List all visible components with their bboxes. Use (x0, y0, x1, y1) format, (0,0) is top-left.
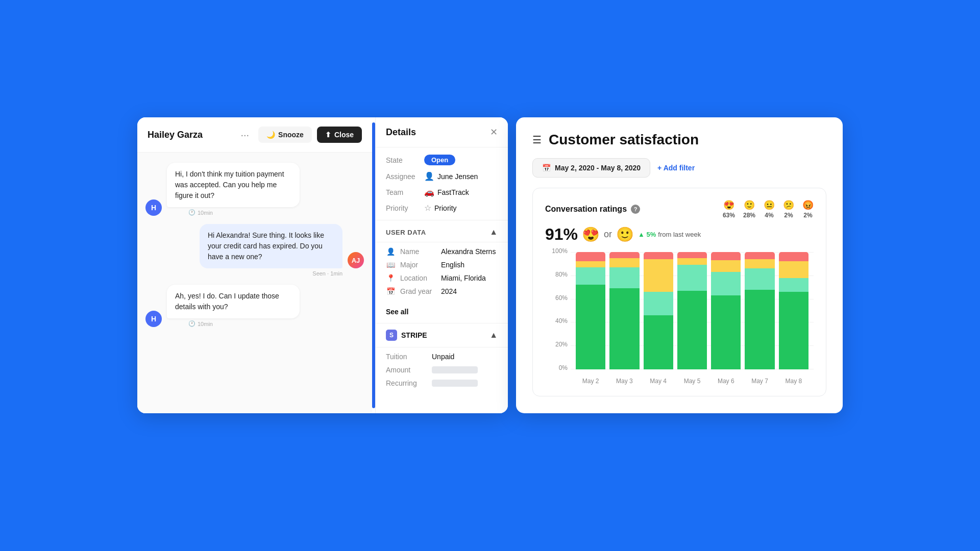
user-data-header: USER DATA ▲ (376, 220, 508, 242)
bar-segment-red (779, 252, 808, 261)
legend-item: 😡 2% (802, 199, 814, 219)
location-row: 📍 Location Miami, Florida (386, 274, 498, 282)
user-avatar: H (145, 199, 162, 216)
state-row: State Open (386, 155, 498, 165)
bar-segment-light-green (779, 278, 808, 292)
see-all-button[interactable]: See all (376, 306, 508, 323)
chart-summary: 91% 😍 or 🙂 ▲ 5% from last week (545, 225, 814, 244)
x-axis-label: May 4 (644, 378, 673, 385)
details-header: Details ✕ (376, 117, 508, 147)
bar-group (677, 252, 707, 369)
details-panel: Details ✕ State Open Assignee 👤 June Jen… (375, 117, 508, 413)
team-icon: 🚗 (424, 187, 434, 197)
date-range-button[interactable]: 📅 May 2, 2020 - May 8, 2020 (532, 158, 650, 178)
bar-segment-green (644, 315, 673, 369)
bar-segment-yellow (644, 259, 673, 292)
major-row: 📖 Major English (386, 261, 498, 269)
agent-avatar: AJ (348, 252, 364, 268)
bar-segment-green (745, 290, 774, 369)
message-bubble: Hi Alexandra! Sure thing. It looks like … (200, 224, 342, 268)
bar-segment-light-green (576, 267, 605, 285)
stripe-section-header: S STRIPE ▲ (376, 323, 508, 347)
chart-legend: 😍 63% 🙂 28% 😐 4% 😕 2% (723, 199, 814, 219)
bars-area (571, 252, 814, 369)
bar-segment-red (745, 252, 774, 259)
team-row: Team 🚗 FastTrack (386, 187, 498, 197)
message-meta: 🕐 10min (188, 209, 300, 216)
snooze-button[interactable]: 🌙 Snooze (258, 127, 312, 143)
bar-segment-green (711, 295, 741, 369)
bar-segment-light-green (745, 268, 774, 289)
bar-group (576, 252, 605, 369)
message-meta: Seen · 1min (312, 270, 342, 277)
assignee-row: Assignee 👤 June Jensen (386, 171, 498, 181)
bar-segment-green (779, 292, 808, 369)
tuition-row: Tuition Unpaid (386, 353, 498, 361)
x-axis-label: May 8 (779, 378, 808, 385)
bar-segment-green (677, 291, 707, 369)
user-data-toggle[interactable]: ▲ (489, 228, 498, 237)
analytics-controls: 📅 May 2, 2020 - May 8, 2020 + Add filter (532, 158, 826, 178)
contact-name: Hailey Garza (148, 130, 231, 140)
user-data-rows: 👤 Name Alexandra Sterns 📖 Major English … (376, 242, 508, 306)
bar-segment-yellow (609, 258, 639, 267)
message-item: Hi Alexandra! Sure thing. It looks like … (145, 224, 364, 277)
bar-segment-red (576, 252, 605, 261)
priority-row: Priority ☆ Priority (386, 203, 498, 213)
chart-title: Conversation ratings (545, 205, 627, 214)
details-close-button[interactable]: ✕ (490, 127, 498, 138)
x-axis-label: May 6 (711, 378, 741, 385)
bar-segment-yellow (711, 260, 741, 272)
bar-segment-green (576, 285, 605, 369)
amount-row: Amount (386, 366, 498, 374)
close-button[interactable]: ⬆ Close (317, 127, 362, 143)
recurring-row: Recurring (386, 379, 498, 387)
summary-trend: ▲ 5% from last week (638, 231, 701, 238)
hamburger-icon[interactable]: ☰ (532, 134, 542, 146)
x-axis-label: May 5 (677, 378, 707, 385)
chat-messages: H Hi, I don't think my tuition payment w… (137, 153, 372, 413)
bar-segment-light-green (644, 292, 673, 315)
bar-group (644, 252, 673, 369)
bar-segment-yellow (745, 259, 774, 268)
more-options-button[interactable]: ··· (236, 127, 253, 143)
legend-item: 🙂 28% (743, 199, 755, 219)
bar-segment-yellow (576, 261, 605, 267)
stripe-toggle[interactable]: ▲ (489, 331, 498, 340)
x-axis-labels: May 2May 3May 4May 5May 6May 7May 8 (571, 378, 814, 385)
person-icon: 👤 (386, 247, 395, 256)
legend-item: 😐 4% (764, 199, 775, 219)
clock-icon: 🕐 (188, 320, 195, 327)
status-badge: Open (424, 155, 455, 165)
bar-segment-red (644, 252, 673, 259)
amount-value-blurred (432, 366, 478, 373)
bar-chart: 100% 80% 60% 40% 20% 0% May 2May 3May 4M… (545, 252, 814, 385)
details-title: Details (386, 127, 416, 138)
add-filter-button[interactable]: + Add filter (657, 164, 695, 172)
bar-group (609, 252, 639, 369)
book-icon: 📖 (386, 261, 395, 269)
user-avatar: H (145, 311, 162, 327)
analytics-header: ☰ Customer satisfaction (532, 132, 826, 148)
calendar-icon: 📅 (542, 164, 551, 172)
name-row: 👤 Name Alexandra Sterns (386, 247, 498, 256)
x-axis-label: May 3 (609, 378, 639, 385)
priority-icon: ☆ (424, 203, 431, 213)
message-bubble: Ah, yes! I do. Can I update those detail… (167, 285, 300, 318)
bar-segment-red (677, 252, 707, 258)
assignee-icon: 👤 (424, 171, 434, 181)
bar-segment-red (609, 252, 639, 258)
chat-header: Hailey Garza ··· 🌙 Snooze ⬆ Close (137, 117, 372, 153)
message-meta: 🕐 10min (188, 320, 300, 327)
bar-segment-yellow (779, 261, 808, 278)
summary-percent: 91% (545, 225, 578, 244)
analytics-title: Customer satisfaction (549, 132, 699, 148)
info-icon[interactable]: ? (631, 205, 640, 214)
bar-segment-light-green (711, 272, 741, 295)
status-section: State Open Assignee 👤 June Jensen Team � (376, 147, 508, 220)
legend-item: 😍 63% (723, 199, 735, 219)
snooze-icon: 🌙 (266, 131, 275, 139)
bar-segment-yellow (677, 258, 707, 265)
bar-segment-red (711, 252, 741, 260)
legend-item: 😕 2% (783, 199, 794, 219)
